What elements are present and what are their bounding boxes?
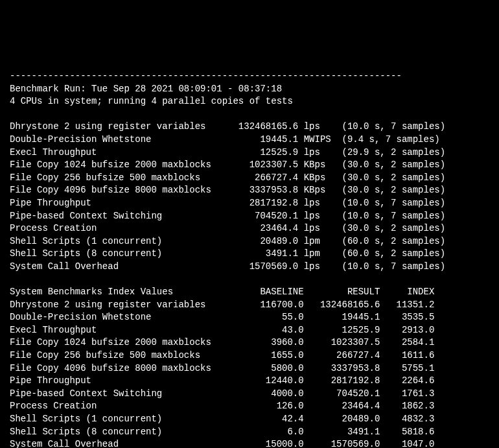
divider-top: ----------------------------------------… bbox=[10, 71, 402, 81]
results-block: Dhrystone 2 using register variables 132… bbox=[10, 121, 445, 272]
benchmark-run-line: Benchmark Run: Tue Sep 28 2021 08:09:01 … bbox=[10, 84, 282, 94]
cpu-info-line: 4 CPUs in system; running 4 parallel cop… bbox=[10, 96, 293, 106]
index-block: System Benchmarks Index Values BASELINE … bbox=[10, 287, 434, 448]
terminal-output: ----------------------------------------… bbox=[10, 57, 489, 448]
